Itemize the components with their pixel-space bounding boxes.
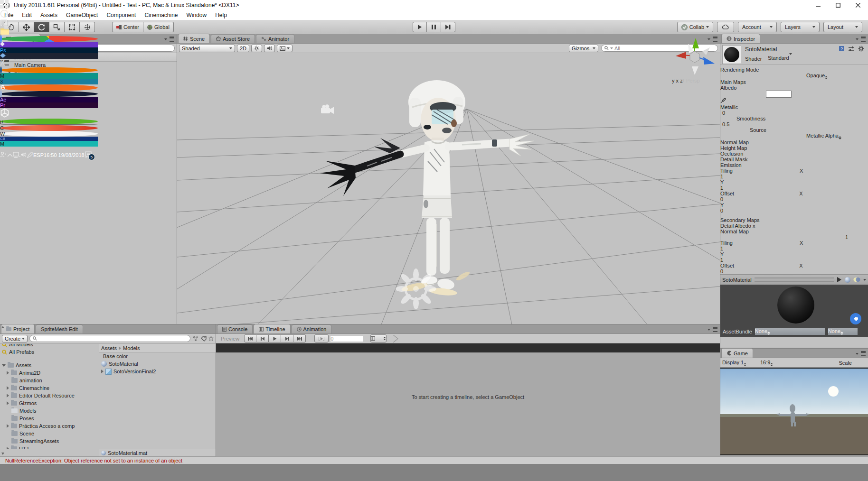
lighting-toggle-button[interactable] (251, 45, 262, 52)
taskbar-x-app-icon[interactable]: X (0, 59, 98, 67)
tab-asset-store[interactable]: Asset Store (211, 34, 255, 43)
taskbar-ccleaner-icon[interactable]: C (0, 125, 98, 131)
tray-pen-icon[interactable] (27, 152, 33, 159)
taskbar-premiere-icon[interactable]: Pr (0, 102, 98, 108)
project-search-input[interactable] (29, 335, 190, 342)
tiling-x-field[interactable]: 1 (720, 174, 749, 179)
taskbar-maya-icon[interactable]: M (0, 73, 98, 79)
play-range-button[interactable] (314, 334, 329, 342)
material-preview-area[interactable]: AssetBundle None None (720, 285, 868, 337)
assetbundle-tag-icon[interactable] (850, 313, 861, 324)
next-frame-button[interactable] (281, 334, 293, 342)
taskbar-after-effects-icon[interactable]: Ae (0, 97, 98, 102)
offset-x-field[interactable]: 0 (720, 196, 749, 202)
taskbar-blender-icon[interactable] (0, 67, 98, 73)
taskbar-wattpad-icon[interactable]: W (0, 131, 98, 137)
preview-play-icon[interactable] (837, 277, 842, 282)
space-toggle-button[interactable]: Global (143, 22, 174, 32)
menu-help[interactable]: Help (211, 10, 231, 20)
sec-tiling-y-field[interactable]: 1 (720, 257, 749, 263)
taskbar-medibang-icon[interactable]: M (0, 141, 98, 147)
pause-button[interactable] (427, 22, 441, 32)
timeline-preview-button[interactable]: Preview (221, 336, 239, 342)
folder-assets[interactable]: Assets (0, 361, 93, 369)
cloud-button[interactable] (717, 22, 734, 32)
taskbar-start-button[interactable] (0, 0, 98, 9)
folder-editor-default-resources[interactable]: Editor Default Resource (0, 392, 93, 399)
perspective-label[interactable]: Persp (681, 78, 700, 83)
folder-cinemachine[interactable]: Cinemachine (0, 384, 93, 392)
smoothness-value-field[interactable]: 0.5 (722, 121, 745, 127)
folder-utj[interactable]: UTJ (0, 445, 93, 449)
panel-menu-icon[interactable] (708, 329, 710, 331)
goto-start-button[interactable] (244, 334, 256, 342)
assetbundle-dropdown[interactable]: None (755, 328, 825, 335)
taskbar-3dsmax-icon[interactable]: 3 (0, 79, 98, 84)
layers-dropdown[interactable]: Layers (781, 22, 820, 32)
smoothness-source-dropdown[interactable]: Metallic Alpha (806, 133, 868, 139)
favorite-icon[interactable] (208, 336, 214, 341)
breadcrumb-assets[interactable]: Assets (101, 345, 117, 351)
close-button[interactable] (848, 0, 868, 10)
tab-spritemesh-editor[interactable]: SpriteMesh Edit (36, 324, 83, 333)
aspect-ratio-dropdown[interactable]: 16:9 (760, 360, 837, 366)
project-create-button[interactable]: Create (2, 335, 28, 342)
goto-end-button[interactable] (293, 334, 306, 342)
tab-console[interactable]: Console (217, 324, 253, 333)
scene-viewport[interactable]: y x z Persp (177, 53, 720, 325)
panel-menu-icon[interactable] (856, 353, 859, 355)
offset-y-field[interactable]: 0 (720, 208, 749, 213)
tiling-y-field[interactable]: 1 (720, 185, 749, 191)
material-preview-header[interactable]: SotoMaterial (720, 274, 868, 285)
presets-icon[interactable] (848, 46, 855, 52)
tab-project[interactable]: Project (1, 324, 35, 333)
search-by-type-icon[interactable] (192, 336, 199, 342)
tab-game[interactable]: Game (721, 348, 753, 358)
tray-volume-icon[interactable] (20, 152, 27, 158)
taskbar-unity-icon[interactable] (0, 108, 98, 119)
menu-cinemachine[interactable]: Cinemachine (140, 10, 182, 20)
taskbar-cortana-icon[interactable] (0, 9, 98, 19)
folder-scene[interactable]: Scene (0, 430, 93, 437)
minimize-button[interactable] (808, 0, 828, 10)
preview-menu-icon[interactable] (863, 279, 866, 281)
tray-language-label[interactable]: ESP (33, 152, 44, 158)
panel-menu-icon[interactable] (856, 38, 859, 40)
tray-network-icon[interactable] (13, 152, 20, 159)
asset-sotomaterial[interactable]: SotoMaterial (99, 360, 216, 368)
audio-toggle-button[interactable] (264, 45, 275, 52)
folder-practica[interactable]: Práctica Acceso a comp (0, 422, 93, 430)
help-icon[interactable]: ? (839, 46, 845, 52)
taskbar-houdini-icon[interactable] (0, 84, 98, 91)
folder-animation[interactable]: animation (0, 377, 93, 384)
albedo-color-swatch[interactable] (766, 91, 792, 98)
shader-dropdown[interactable]: Standard (768, 55, 864, 61)
tray-clock[interactable]: 16:50 19/08/2018 (44, 152, 85, 158)
preview-lighting-icon[interactable] (853, 277, 860, 282)
favorite-all-models[interactable]: All Models (0, 344, 93, 348)
layout-dropdown[interactable]: Layout (823, 22, 862, 32)
status-bar[interactable]: NullReferenceException: Object reference… (0, 456, 868, 464)
tab-timeline[interactable]: Timeline (254, 324, 290, 333)
maximize-button[interactable] (828, 0, 848, 10)
tray-people-icon[interactable] (0, 151, 7, 159)
tray-notifications-icon[interactable]: 5 (85, 151, 92, 159)
tab-scene[interactable]: Scene (178, 34, 210, 43)
folder-models[interactable]: Models (0, 407, 93, 415)
taskbar-explorer-icon[interactable] (0, 28, 98, 36)
eyedropper-icon[interactable] (720, 98, 726, 103)
pivot-toggle-button[interactable]: Center (112, 22, 143, 32)
panel-hamburger-icon[interactable] (713, 327, 717, 332)
breadcrumb-models[interactable]: Models (123, 345, 140, 351)
menu-window[interactable]: Window (182, 10, 211, 20)
rendering-mode-dropdown[interactable]: Opaque (806, 73, 868, 79)
sec-tiling-x-field[interactable]: 1 (720, 246, 749, 251)
prev-frame-button[interactable] (256, 334, 269, 342)
panel-hamburger-icon[interactable] (861, 351, 866, 356)
tab-animator[interactable]: Animator (256, 34, 294, 43)
gear-icon[interactable] (858, 46, 864, 52)
gizmos-dropdown[interactable]: Gizmos (569, 45, 598, 52)
timeline-play-button[interactable] (269, 334, 281, 342)
taskbar-chrome-icon[interactable] (0, 36, 98, 42)
asset-sotoversionfinal2[interactable]: SotoVersionFinal2 (99, 368, 216, 375)
